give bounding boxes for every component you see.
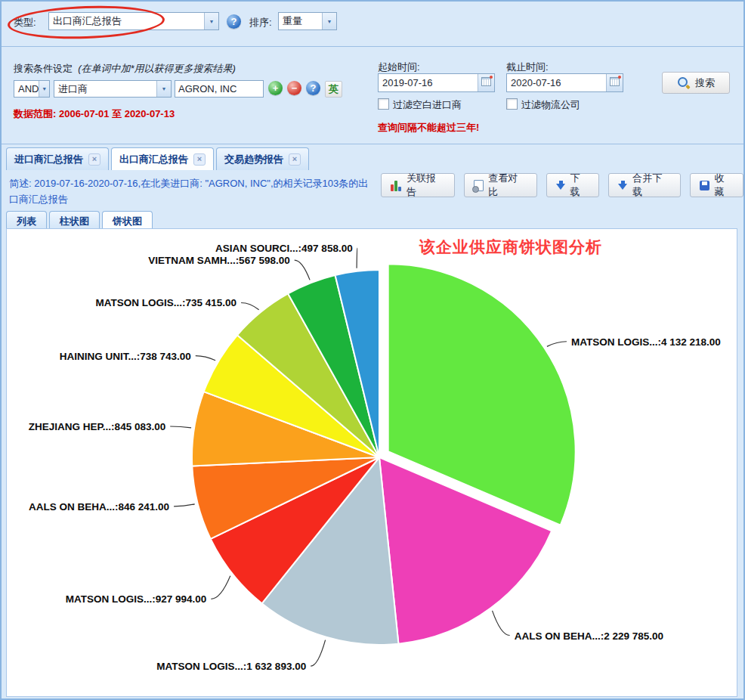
chevron-down-icon[interactable] <box>322 13 336 29</box>
pie-slice-label: MATSON LOGIS...:4 132 218.00 <box>571 336 721 348</box>
calendar-icon[interactable] <box>606 74 623 91</box>
download-label: 下载 <box>570 172 590 199</box>
bool-operator-select[interactable]: AND <box>14 80 50 98</box>
pie-slice-label: ASIAN SOURCI...:497 858.00 <box>215 243 353 254</box>
related-report-button[interactable]: 关联报告 <box>381 173 455 197</box>
type-label: 类型: <box>14 16 36 29</box>
pie-slice-label: HAINING UNIT...:738 743.00 <box>60 351 191 362</box>
language-toggle-badge[interactable]: 英 <box>325 81 342 98</box>
tab-label: 出口商汇总报告 <box>119 153 188 166</box>
sort-value: 重量 <box>283 14 302 28</box>
pie-label-leader-line <box>311 640 325 667</box>
keyword-input[interactable] <box>175 80 264 98</box>
bool-operator-value: AND <box>18 83 39 94</box>
tab-exporter-summary[interactable]: 出口商汇总报告 <box>111 147 214 170</box>
pie-slice-label: MATSON LOGIS...:735 415.00 <box>95 297 236 308</box>
pie-slice-label: VIETNAM SAMH...:567 598.00 <box>148 255 290 266</box>
pie-label-leader-line <box>357 248 357 268</box>
start-date-label: 起始时间: <box>378 60 420 74</box>
calendar-icon[interactable] <box>478 74 494 91</box>
chart-title: 该企业供应商饼状图分析 <box>419 237 602 258</box>
pie-label-leader-line <box>295 260 310 280</box>
search-field-value: 进口商 <box>58 82 88 96</box>
pie-label-leader-line <box>174 504 195 506</box>
chevron-down-icon[interactable] <box>156 81 171 97</box>
download-arrow-icon <box>618 181 628 190</box>
tab-importer-summary[interactable]: 进口商汇总报告 <box>6 147 109 170</box>
merge-download-button[interactable]: 合并下载 <box>608 173 681 197</box>
start-date-input[interactable]: 2019-07-16 <box>378 73 495 92</box>
report-type-value: 出口商汇总报告 <box>53 14 122 28</box>
search-conditions-title: 搜索条件设定 (在单词中加*用以获得更多搜索结果) <box>14 62 236 76</box>
report-tabstrip: 进口商汇总报告出口商汇总报告交易趋势报告 <box>6 147 309 170</box>
compare-doc-icon <box>474 180 484 191</box>
close-icon[interactable] <box>193 153 206 166</box>
merge-download-label: 合并下载 <box>632 172 671 199</box>
search-button-label: 搜索 <box>695 76 715 90</box>
save-disk-icon <box>700 181 709 190</box>
pie-label-leader-line <box>196 356 215 361</box>
filter-logistics-label: 过滤物流公司 <box>521 99 580 110</box>
panel-divider <box>2 46 743 47</box>
close-icon[interactable] <box>289 153 301 166</box>
pie-slice-label: MATSON LOGIS...:1 632 893.00 <box>156 661 306 672</box>
favorite-button[interactable]: 收藏 <box>690 173 743 197</box>
download-arrow-icon <box>556 181 566 190</box>
end-date-value: 2020-07-16 <box>511 77 561 88</box>
tab-trade-trend[interactable]: 交易趋势报告 <box>216 147 309 170</box>
pie-slice-label: AALS ON BEHA...:2 229 785.00 <box>515 630 663 642</box>
app-window: 类型: 出口商汇总报告 ? 排序: 重量 搜索条件设定 (在单词中加*用以获得更… <box>0 0 745 700</box>
report-toolbar: 关联报告查看对比下载合并下载收藏 <box>381 173 743 197</box>
pie-label-leader-line <box>211 576 230 599</box>
end-date-input[interactable]: 2020-07-16 <box>506 73 623 92</box>
related-report-label: 关联报告 <box>407 172 445 199</box>
filter-logistics-option[interactable]: 过滤物流公司 <box>506 98 580 112</box>
search-conditions-label: 搜索条件设定 <box>14 63 73 74</box>
report-type-select[interactable]: 出口商汇总报告 <box>48 12 219 30</box>
data-range-note: 数据范围: 2006-07-01 至 2020-07-13 <box>14 107 175 121</box>
view-compare-button[interactable]: 查看对比 <box>464 173 536 197</box>
help-icon[interactable]: ? <box>227 14 241 29</box>
close-icon[interactable] <box>88 153 100 166</box>
pie-slice-label: MATSON LOGIS...:927 994.00 <box>66 593 207 605</box>
search-field-select[interactable]: 进口商 <box>54 80 172 98</box>
chevron-down-icon[interactable] <box>39 81 49 97</box>
filter-blank-importer-checkbox[interactable] <box>378 98 389 110</box>
filter-blank-importer-option[interactable]: 过滤空白进口商 <box>378 98 462 112</box>
pie-label-leader-line <box>547 342 567 347</box>
supplier-pie-chart: MATSON LOGIS...:4 132 218.00AALS ON BEHA… <box>7 229 737 696</box>
search-hint: (在单词中加*用以获得更多搜索结果) <box>78 63 236 74</box>
sort-select[interactable]: 重量 <box>278 12 337 30</box>
sort-label: 排序: <box>249 16 272 29</box>
end-date-label: 截止时间: <box>506 60 549 74</box>
panel-divider <box>2 144 743 144</box>
filter-blank-importer-label: 过滤空白进口商 <box>393 99 462 110</box>
search-icon <box>677 76 691 89</box>
start-date-value: 2019-07-16 <box>382 77 433 88</box>
search-button[interactable]: 搜索 <box>662 72 730 94</box>
tab-label: 进口商汇总报告 <box>14 153 83 166</box>
view-compare-label: 查看对比 <box>488 172 527 199</box>
favorite-label: 收藏 <box>714 172 734 199</box>
pie-label-leader-line <box>241 302 259 309</box>
bar-chart-icon <box>391 180 402 191</box>
chevron-down-icon[interactable] <box>204 13 218 29</box>
remove-condition-icon[interactable]: − <box>287 81 301 95</box>
add-condition-icon[interactable]: + <box>268 81 283 95</box>
pie-slice-label: ZHEJIANG HEP...:845 083.00 <box>29 421 165 432</box>
report-summary: 简述: 2019-07-16-2020-07-16,在北美进口商: "AGRON… <box>9 175 378 207</box>
tab-label: 交易趋势报告 <box>224 153 283 166</box>
chart-area: 该企业供应商饼状图分析 MATSON LOGIS...:4 132 218.00… <box>6 228 737 697</box>
pie-slice-label: AALS ON BEHA...:846 241.00 <box>29 501 169 513</box>
pie-label-leader-line <box>170 426 191 428</box>
pie-label-leader-line <box>493 611 510 636</box>
download-button[interactable]: 下载 <box>546 173 600 197</box>
filter-logistics-checkbox[interactable] <box>506 98 518 110</box>
query-interval-warning: 查询间隔不能超过三年! <box>378 121 479 135</box>
help-icon[interactable]: ? <box>306 81 320 95</box>
